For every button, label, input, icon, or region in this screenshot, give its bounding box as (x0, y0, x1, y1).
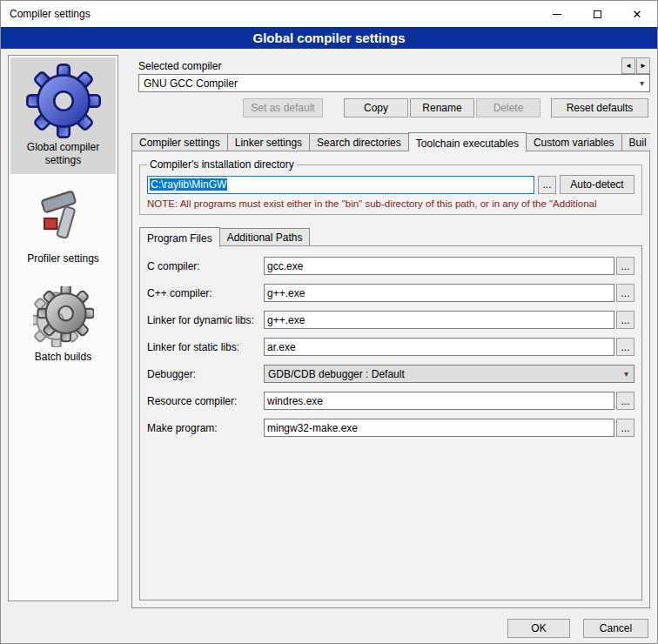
tab-build-truncated[interactable]: Buil (621, 133, 650, 151)
c-compiler-browse-button[interactable]: ... (616, 257, 634, 275)
resource-compiler-browse-button[interactable]: ... (616, 392, 634, 410)
field-row: Linker for dynamic libs: ... (147, 311, 634, 329)
cpp-compiler-input[interactable] (264, 284, 614, 302)
dynamic-linker-label: Linker for dynamic libs: (147, 314, 262, 326)
field-row: C++ compiler: ... (147, 284, 634, 302)
rename-button[interactable]: Rename (410, 98, 474, 117)
compiler-select[interactable]: GNU GCC Compiler ▾ (138, 74, 650, 92)
static-linker-browse-button[interactable]: ... (616, 338, 634, 356)
reset-defaults-button[interactable]: Reset defaults (551, 98, 648, 117)
sidebar-item-label: Global compiler settings (12, 141, 114, 167)
c-compiler-label: C compiler: (147, 260, 262, 272)
main-panel: Selected compiler GNU GCC Compiler ▾ Set… (131, 55, 650, 608)
sidebar: Global compiler settings Profiler settin… (8, 55, 118, 601)
profiler-icon (12, 184, 114, 252)
installation-directory-legend: Compiler's installation directory (147, 158, 297, 171)
install-dir-browse-button[interactable]: ... (538, 176, 556, 194)
delete-button[interactable]: Delete (476, 98, 540, 117)
tab-custom-variables[interactable]: Custom variables (526, 133, 622, 151)
debugger-label: Debugger: (147, 368, 262, 380)
make-program-label: Make program: (147, 422, 262, 434)
field-row: C compiler: ... (147, 257, 634, 275)
gear-blue-icon (12, 61, 114, 141)
selected-compiler-label: Selected compiler (138, 60, 221, 72)
auto-detect-button[interactable]: Auto-detect (560, 175, 634, 194)
field-row: Make program: ... (147, 419, 634, 437)
dynamic-linker-browse-button[interactable]: ... (616, 311, 634, 329)
install-dir-input[interactable]: C:\raylib\MinGW (147, 176, 534, 194)
resource-compiler-input[interactable] (264, 392, 614, 410)
gear-gray-icon (12, 283, 114, 351)
ok-button[interactable]: OK (507, 619, 570, 638)
sidebar-item-profiler-settings[interactable]: Profiler settings (10, 181, 116, 272)
titlebar: Compiler settings ✕ (1, 1, 657, 27)
cpp-compiler-browse-button[interactable]: ... (616, 284, 634, 302)
chevron-down-icon: ▾ (619, 369, 634, 379)
tab-search-directories[interactable]: Search directories (309, 133, 409, 151)
sidebar-item-label: Batch builds (12, 351, 114, 364)
field-row: Linker for static libs: ... (147, 338, 634, 356)
chevron-down-icon: ▾ (634, 78, 649, 88)
install-dir-selected-text: C:\raylib\MinGW (150, 178, 227, 191)
sidebar-item-batch-builds[interactable]: Batch builds (10, 279, 116, 371)
dynamic-linker-input[interactable] (264, 311, 614, 329)
tab-program-files[interactable]: Program Files (139, 227, 220, 247)
installation-directory-group: Compiler's installation directory C:\ray… (139, 158, 642, 215)
tab-linker-settings[interactable]: Linker settings (227, 133, 310, 151)
tab-additional-paths[interactable]: Additional Paths (219, 228, 311, 246)
sidebar-item-label: Profiler settings (12, 252, 114, 265)
debugger-select[interactable]: GDB/CDB debugger : Default ▾ (264, 365, 634, 383)
field-row: Resource compiler: ... (147, 392, 634, 410)
minimize-button[interactable] (537, 1, 577, 27)
tab-compiler-settings[interactable]: Compiler settings (131, 133, 228, 151)
toolchain-executables-page: Compiler's installation directory C:\ray… (131, 151, 650, 608)
install-dir-note: NOTE: All programs must exist either in … (147, 198, 634, 209)
tab-scroll-left-button[interactable]: ◄ (621, 57, 635, 74)
compiler-button-row: Set as default Copy Rename Delete Reset … (131, 98, 650, 118)
page-title: Global compiler settings (1, 27, 657, 49)
close-button[interactable]: ✕ (617, 1, 657, 27)
compiler-settings-window: Compiler settings ✕ Global compiler sett… (0, 0, 658, 644)
arrow-right-icon: ► (640, 62, 647, 70)
cpp-compiler-label: C++ compiler: (147, 287, 262, 299)
make-program-input[interactable] (264, 419, 614, 437)
sidebar-item-global-compiler-settings[interactable]: Global compiler settings (10, 57, 116, 174)
maximize-icon (594, 10, 601, 18)
tab-toolchain-executables[interactable]: Toolchain executables (408, 132, 527, 151)
program-files-page: C compiler: ... C++ compiler: ... Linker… (139, 245, 642, 600)
window-controls: ✕ (537, 1, 657, 27)
arrow-left-icon: ◄ (625, 62, 632, 70)
static-linker-label: Linker for static libs: (147, 341, 262, 353)
copy-button[interactable]: Copy (344, 98, 408, 117)
settings-tabstrip: Compiler settings Linker settings Search… (131, 131, 650, 151)
maximize-button[interactable] (577, 1, 617, 27)
program-files-tabstrip: Program Files Additional Paths (139, 226, 309, 246)
tab-scroll-right-button[interactable]: ► (636, 57, 650, 74)
make-program-browse-button[interactable]: ... (616, 419, 634, 437)
compiler-select-value: GNU GCC Compiler (144, 77, 238, 90)
minimize-icon (553, 14, 561, 15)
c-compiler-input[interactable] (264, 257, 614, 275)
debugger-select-value: GDB/CDB debugger : Default (268, 368, 405, 380)
cancel-button[interactable]: Cancel (583, 619, 648, 638)
static-linker-input[interactable] (264, 338, 614, 356)
resource-compiler-label: Resource compiler: (147, 395, 262, 407)
set-as-default-button[interactable]: Set as default (243, 98, 323, 117)
window-title: Compiler settings (10, 8, 91, 20)
close-icon: ✕ (633, 9, 642, 20)
field-row: Debugger: GDB/CDB debugger : Default ▾ (147, 365, 634, 383)
